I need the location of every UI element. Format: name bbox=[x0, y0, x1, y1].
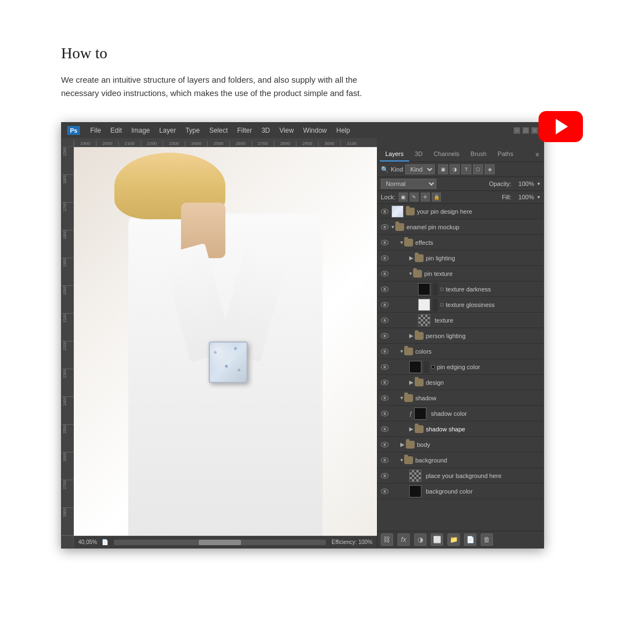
filter-icon-shape[interactable]: ⬡ bbox=[473, 164, 483, 174]
visibility-eye bbox=[381, 364, 389, 370]
adjustment-btn[interactable]: ◑ bbox=[414, 534, 426, 546]
layer-name-pin-edging: pin edging color bbox=[437, 364, 541, 370]
eye-icon[interactable] bbox=[380, 471, 390, 481]
youtube-button[interactable] bbox=[539, 111, 583, 142]
collapse-chevron[interactable]: ▶ bbox=[400, 441, 405, 447]
eye-icon[interactable] bbox=[380, 424, 390, 434]
layer-item-effects[interactable]: ▾ effects bbox=[378, 235, 544, 250]
layer-item-pin-lighting[interactable]: ▶ pin lighting bbox=[378, 250, 544, 266]
fx-symbol: ƒ bbox=[409, 410, 412, 417]
tab-channels[interactable]: Channels bbox=[428, 147, 465, 162]
menu-select[interactable]: Select bbox=[205, 125, 232, 135]
link-layers-btn[interactable]: ⛓ bbox=[381, 534, 393, 546]
layers-panel-ruler-spacer bbox=[377, 138, 544, 147]
menu-filter[interactable]: Filter bbox=[233, 125, 256, 135]
menu-window[interactable]: Window bbox=[299, 125, 331, 135]
lock-row: Lock: ▣ ✎ ✛ 🔒 Fill: 100% ▾ bbox=[378, 191, 544, 204]
window-maximize[interactable]: □ bbox=[522, 127, 529, 134]
eye-icon[interactable] bbox=[380, 378, 390, 388]
new-folder-btn[interactable]: 📁 bbox=[447, 534, 460, 546]
fx-btn[interactable]: fx bbox=[398, 534, 410, 546]
layer-name-bg-place: place your background here bbox=[426, 472, 541, 479]
filter-kind-select[interactable]: Kind bbox=[405, 164, 435, 174]
eye-icon[interactable] bbox=[380, 346, 390, 356]
collapse-chevron[interactable]: ▶ bbox=[409, 255, 414, 261]
eye-icon[interactable] bbox=[380, 238, 390, 248]
lock-position-btn[interactable]: ✛ bbox=[421, 193, 430, 202]
menu-help[interactable]: Help bbox=[333, 125, 354, 135]
layer-item-background-folder[interactable]: ▾ background bbox=[378, 452, 544, 468]
layer-item-pin-design[interactable]: your pin design here bbox=[378, 204, 544, 219]
eye-icon[interactable] bbox=[380, 440, 390, 450]
collapse-chevron[interactable]: ▶ bbox=[409, 379, 414, 385]
layer-item-bg-color[interactable]: background color bbox=[378, 484, 544, 499]
menu-file[interactable]: File bbox=[86, 125, 104, 135]
layer-item-shadow-folder[interactable]: ▾ shadow bbox=[378, 390, 544, 406]
layer-item-colors-folder[interactable]: ▾ colors bbox=[378, 344, 544, 359]
eye-icon[interactable] bbox=[380, 362, 390, 372]
blend-mode-select[interactable]: Normal bbox=[381, 179, 436, 189]
eye-icon[interactable] bbox=[380, 300, 390, 310]
tab-3d[interactable]: 3D bbox=[409, 147, 428, 162]
layer-item-body-folder[interactable]: ▶ body bbox=[378, 437, 544, 452]
layer-item-shadow-color[interactable]: ƒ shadow color bbox=[378, 406, 544, 421]
expand-chevron[interactable]: ▾ bbox=[400, 457, 403, 463]
tab-brush[interactable]: Brush bbox=[465, 147, 492, 162]
eye-icon[interactable] bbox=[380, 222, 390, 232]
layer-item-design-folder[interactable]: ▶ design bbox=[378, 375, 544, 390]
menu-3d[interactable]: 3D bbox=[258, 125, 274, 135]
layer-item-pin-edging[interactable]: pin edging color bbox=[378, 359, 544, 375]
horizontal-scrollbar[interactable] bbox=[114, 540, 326, 545]
layer-item-pin-texture-folder[interactable]: ▾ pin texture bbox=[378, 266, 544, 281]
eye-icon[interactable] bbox=[380, 253, 390, 263]
layer-small-dot bbox=[440, 288, 444, 291]
tab-paths[interactable]: Paths bbox=[492, 147, 519, 162]
eye-icon[interactable] bbox=[380, 393, 390, 403]
window-close[interactable]: × bbox=[531, 127, 538, 134]
eye-icon[interactable] bbox=[380, 455, 390, 465]
layer-item-bg-place[interactable]: place your background here bbox=[378, 468, 544, 484]
layer-item-shadow-shape[interactable]: ▶ shadow shape bbox=[378, 421, 544, 437]
delete-layer-btn[interactable]: 🗑 bbox=[481, 534, 493, 546]
folder-icon bbox=[415, 379, 424, 386]
layer-item-enamel-pin[interactable]: ▾ enamel pin mockup bbox=[378, 219, 544, 235]
tab-layers[interactable]: Layers bbox=[380, 147, 409, 162]
eye-icon[interactable] bbox=[380, 486, 390, 496]
new-layer-btn[interactable]: 📄 bbox=[464, 534, 476, 546]
eye-icon[interactable] bbox=[380, 207, 390, 217]
layers-list: your pin design here ▾ enamel pin mockup bbox=[378, 204, 544, 531]
window-minimize[interactable]: − bbox=[514, 127, 520, 134]
menu-view[interactable]: View bbox=[275, 125, 298, 135]
menu-layer[interactable]: Layer bbox=[155, 125, 180, 135]
menu-type[interactable]: Type bbox=[182, 125, 204, 135]
menu-edit[interactable]: Edit bbox=[107, 125, 126, 135]
collapse-chevron[interactable]: ▶ bbox=[409, 333, 414, 339]
layer-item-texture-glossiness[interactable]: texture glossiness bbox=[378, 297, 544, 313]
expand-chevron[interactable]: ▾ bbox=[391, 224, 394, 230]
filter-icon-adjustment[interactable]: ◑ bbox=[450, 164, 460, 174]
filter-icon-type[interactable]: T bbox=[461, 164, 471, 174]
layer-item-person-lighting[interactable]: ▶ person lighting bbox=[378, 328, 544, 344]
mask-btn[interactable]: ⬜ bbox=[431, 534, 443, 546]
expand-chevron[interactable]: ▾ bbox=[400, 348, 403, 354]
filter-icon-pixel[interactable]: ▣ bbox=[438, 164, 448, 174]
visibility-eye bbox=[381, 255, 389, 261]
layer-item-texture-darkness[interactable]: texture darkness bbox=[378, 281, 544, 297]
lock-pixels-btn[interactable]: ▣ bbox=[399, 193, 407, 202]
expand-chevron[interactable]: ▾ bbox=[400, 239, 403, 245]
eye-icon[interactable] bbox=[380, 284, 390, 294]
eye-icon[interactable] bbox=[380, 269, 390, 279]
visibility-eye bbox=[381, 442, 389, 447]
collapse-chevron[interactable]: ▶ bbox=[409, 426, 414, 432]
lock-all-btn[interactable]: 🔒 bbox=[432, 193, 441, 202]
filter-icon-smartobj[interactable]: ◈ bbox=[485, 164, 495, 174]
eye-icon[interactable] bbox=[380, 409, 390, 419]
layer-item-texture[interactable]: texture bbox=[378, 313, 544, 328]
lock-paint-btn[interactable]: ✎ bbox=[410, 193, 419, 202]
menu-image[interactable]: Image bbox=[128, 125, 154, 135]
expand-chevron[interactable]: ▾ bbox=[400, 395, 403, 401]
panel-more-button[interactable]: ≡ bbox=[534, 149, 541, 160]
eye-icon[interactable] bbox=[380, 331, 390, 341]
expand-chevron[interactable]: ▾ bbox=[409, 270, 412, 276]
eye-icon[interactable] bbox=[380, 315, 390, 325]
